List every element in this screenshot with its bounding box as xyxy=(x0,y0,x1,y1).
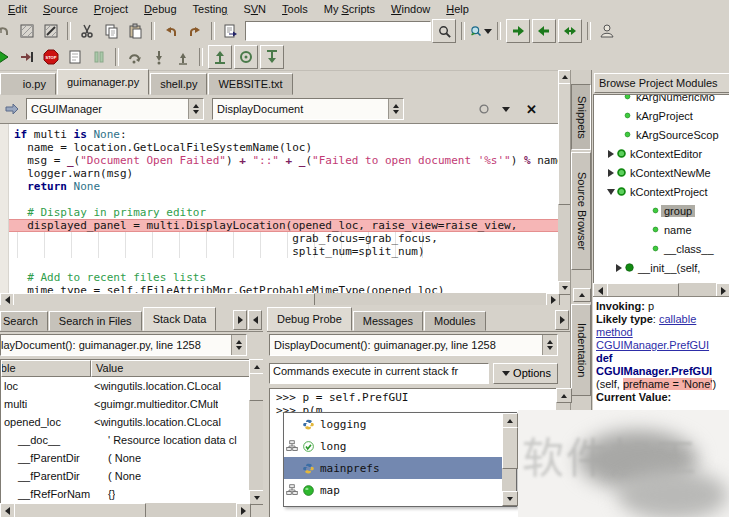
editor-tab-website-txt[interactable]: WEBSITE.txt xyxy=(208,73,292,95)
column-header-variable[interactable]: Variable xyxy=(1,360,91,377)
completion-item-long[interactable]: long xyxy=(284,435,502,457)
undo-button[interactable] xyxy=(160,20,182,42)
redo-button[interactable] xyxy=(184,20,206,42)
variable-row[interactable]: loc<wingutils.location.CLocal xyxy=(1,377,250,395)
menu-debug[interactable]: Debug xyxy=(136,1,184,17)
popup-scroll-down-icon[interactable] xyxy=(502,491,518,506)
run-button[interactable] xyxy=(0,46,14,68)
editor-tab-io-py[interactable]: io.py xyxy=(0,73,56,95)
assistant-link[interactable]: callable xyxy=(659,313,696,325)
symbol-combo[interactable]: DisplayDocument xyxy=(212,98,404,120)
variable-row[interactable]: __doc__' Resource location data cl xyxy=(1,431,250,449)
assistant-link[interactable]: CGUIManager.PrefGUI xyxy=(596,339,709,351)
tree-item-kargnumericmo[interactable]: kArgNumericMo xyxy=(594,94,729,106)
visit-prev-button[interactable] xyxy=(532,19,556,43)
menu-help[interactable]: Help xyxy=(438,1,477,17)
tree-item-kcontextnewme[interactable]: kContextNewMe xyxy=(594,163,729,182)
tree-item-__class__[interactable]: __class__ xyxy=(594,239,729,258)
search-options-button[interactable] xyxy=(470,20,492,42)
menu-tools[interactable]: Tools xyxy=(274,1,316,17)
tool-tab-stack-data[interactable]: Stack Data xyxy=(143,307,217,331)
menu-project[interactable]: Project xyxy=(86,1,136,17)
side-tab-indentation[interactable]: Indentation xyxy=(571,304,591,396)
frame-up-button[interactable] xyxy=(208,45,232,69)
editor-tab-shell-py[interactable]: shell.py xyxy=(150,73,207,95)
table-hscrollbar[interactable] xyxy=(0,503,249,517)
scope-combo-spinner[interactable] xyxy=(188,99,203,119)
panel-options-icon[interactable] xyxy=(473,98,495,120)
tree-item-kcontextproject[interactable]: kContextProject xyxy=(594,182,729,201)
scope-combo[interactable]: CGUIManager xyxy=(26,98,204,120)
search-go-button[interactable] xyxy=(432,19,456,43)
tree-item-group[interactable]: group xyxy=(594,201,729,220)
menu-testing[interactable]: Testing xyxy=(185,1,236,17)
stack-frame-combo[interactable]: DisplayDocument(): guimanager.py, line 1… xyxy=(0,334,247,356)
step-over-button[interactable] xyxy=(124,46,146,68)
expander-closed-icon[interactable] xyxy=(606,169,616,177)
stack-frame-spinner[interactable] xyxy=(231,335,246,355)
copy-button[interactable] xyxy=(100,20,122,42)
tool-tab-modules[interactable]: Modules xyxy=(424,311,486,331)
editor-hscrollbar[interactable] xyxy=(0,293,558,305)
strip-scroll-up-icon[interactable] xyxy=(573,288,591,302)
clear-document-button[interactable] xyxy=(64,46,86,68)
paste-button[interactable] xyxy=(124,20,146,42)
options-button[interactable]: Options xyxy=(493,363,558,384)
assistant-link[interactable]: method xyxy=(596,326,633,338)
expander-open-icon[interactable] xyxy=(606,189,616,195)
menu-source[interactable]: Source xyxy=(35,1,86,17)
variable-row[interactable]: __fRefForNam{} xyxy=(1,485,250,503)
run-to-cursor-button[interactable] xyxy=(16,46,38,68)
visit-next-button[interactable] xyxy=(506,19,530,43)
expander-closed-icon[interactable] xyxy=(614,264,624,272)
frame-current-button[interactable] xyxy=(234,45,258,69)
tab-scroll-right-icon[interactable] xyxy=(555,310,569,330)
selection-edit-button[interactable] xyxy=(40,20,62,42)
column-header-value[interactable]: Value xyxy=(91,360,250,377)
menu-my-scripts[interactable]: My Scripts xyxy=(316,1,383,17)
completion-item-logging[interactable]: logging xyxy=(284,413,502,435)
editor-tab-guimanager-py[interactable]: guimanager.py xyxy=(57,69,149,95)
pause-button[interactable] xyxy=(88,46,110,68)
revert-button[interactable] xyxy=(0,20,14,42)
tree-hscrollbar[interactable] xyxy=(593,283,729,296)
editor-vscrollbar[interactable] xyxy=(558,70,570,293)
table-scroll-left-icon[interactable] xyxy=(0,503,15,517)
probe-frame-combo[interactable]: DisplayDocument(): guimanager.py, line 1… xyxy=(269,334,558,356)
browser-mode-selector[interactable]: Browse Project Modules xyxy=(594,73,729,93)
symbol-combo-spinner[interactable] xyxy=(388,99,403,119)
user-button[interactable] xyxy=(596,20,618,42)
expander-closed-icon[interactable] xyxy=(606,150,616,158)
menu-edit[interactable]: Edit xyxy=(0,1,35,17)
completion-item-mainprefs[interactable]: mainprefs xyxy=(284,457,502,479)
frame-down-button[interactable] xyxy=(260,45,284,69)
close-panel-button[interactable]: ✕ xyxy=(526,102,537,117)
cut-button[interactable] xyxy=(76,20,98,42)
tool-tab-search[interactable]: Search xyxy=(0,311,48,331)
table-vscrollbar[interactable] xyxy=(249,359,263,503)
tree-item-kargproject[interactable]: kArgProject xyxy=(594,106,729,125)
goto-line-icon[interactable] xyxy=(1,98,23,120)
tree-item-__init__-self-[interactable]: __init__(self, xyxy=(594,258,729,277)
code-editor[interactable]: if multi is None: name = location.GetLoc… xyxy=(0,123,558,298)
breakpoint-gutter[interactable] xyxy=(0,124,9,298)
dropdown-caret-icon[interactable] xyxy=(484,29,492,34)
variable-row[interactable]: opened_loc<wingutils.location.CLocal xyxy=(1,413,250,431)
table-hscroll-thumb[interactable] xyxy=(14,503,146,517)
variable-row[interactable]: __fParentDir( None xyxy=(1,467,250,485)
variable-row[interactable]: __fParentDir( None xyxy=(1,449,250,467)
variable-row[interactable]: multi<guimgr.multieditor.CMult xyxy=(1,395,250,413)
menu-svn[interactable]: SVN xyxy=(235,1,274,17)
tree-item-kcontexteditor[interactable]: kContextEditor xyxy=(594,144,729,163)
tool-tab-search-in-files[interactable]: Search in Files xyxy=(49,311,142,331)
goto-selection-button[interactable] xyxy=(220,20,242,42)
step-into-button[interactable] xyxy=(148,46,170,68)
completion-item-map[interactable]: map xyxy=(284,479,502,501)
tab-scroll-right-icon[interactable] xyxy=(233,310,247,330)
side-tab-snippets[interactable]: Snippets xyxy=(571,84,591,150)
popup-vscroll-thumb[interactable] xyxy=(502,427,518,469)
table-scroll-right-icon[interactable] xyxy=(236,503,251,517)
tab-scroll-left-icon[interactable] xyxy=(248,310,262,330)
tree-item-name[interactable]: name xyxy=(594,220,729,239)
visit-history-button[interactable] xyxy=(558,19,582,43)
